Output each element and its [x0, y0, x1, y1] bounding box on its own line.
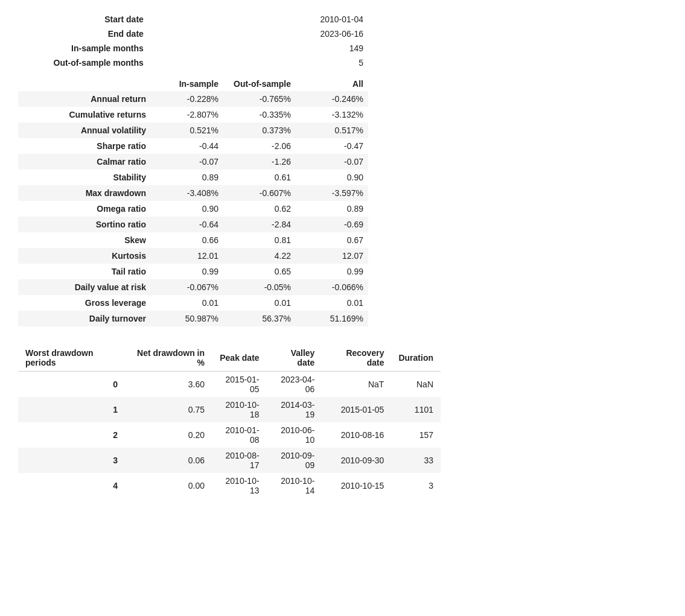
drawdown-cell: 2010-09-30 — [322, 448, 391, 473]
stats-row-all: -3.132% — [296, 107, 368, 122]
stats-row-in: -0.07 — [151, 154, 223, 170]
drawdown-cell: 4 — [18, 473, 125, 498]
drawdown-col-header: Worst drawdown periods — [18, 345, 125, 372]
stats-row-all: 0.01 — [296, 295, 368, 311]
drawdown-cell: 33 — [391, 448, 441, 473]
stats-row-all: -0.07 — [296, 154, 368, 170]
drawdown-cell: 2010-06-10 — [267, 422, 322, 448]
stats-row-all: -0.47 — [296, 138, 368, 154]
stats-row-in: -0.067% — [151, 279, 223, 295]
stats-row: Calmar ratio -0.07 -1.26 -0.07 — [18, 154, 368, 170]
stats-row-out: 56.37% — [223, 311, 296, 326]
stats-row-label: Annual return — [18, 91, 151, 107]
drawdown-col-header: Recovery date — [322, 345, 391, 372]
stats-row-in: 0.90 — [151, 201, 223, 217]
end-date-label: End date — [18, 27, 156, 41]
stats-row-label: Omega ratio — [18, 201, 151, 217]
stats-row-all: -0.69 — [296, 217, 368, 232]
stats-row-out: 4.22 — [223, 248, 296, 264]
stats-row: Omega ratio 0.90 0.62 0.89 — [18, 201, 368, 217]
stats-row-all: -3.597% — [296, 185, 368, 201]
drawdown-row: 03.602015-01-052023-04-06NaTNaN — [18, 372, 441, 398]
stats-row-label: Annual volatility — [18, 122, 151, 138]
drawdown-row: 30.062010-08-172010-09-092010-09-3033 — [18, 448, 441, 473]
stats-row-all: -0.066% — [296, 279, 368, 295]
stats-row-in: 50.987% — [151, 311, 223, 326]
out-sample-months-value: 5 — [156, 56, 368, 70]
drawdown-cell: 2015-01-05 — [322, 397, 391, 422]
start-date-row: Start date 2010-01-04 — [18, 12, 368, 27]
stats-row-all: 12.07 — [296, 248, 368, 264]
stats-row-label: Kurtosis — [18, 248, 151, 264]
stats-row-label: Cumulative returns — [18, 107, 151, 122]
stats-row-label: Max drawdown — [18, 185, 151, 201]
drawdown-cell: 2010-10-13 — [212, 473, 267, 498]
stats-header-row: In-sample Out-of-sample All — [18, 76, 368, 91]
drawdown-cell: 3 — [18, 448, 125, 473]
stats-row-in: 0.66 — [151, 232, 223, 248]
stats-row: Annual volatility 0.521% 0.373% 0.517% — [18, 122, 368, 138]
stats-row-in: 0.89 — [151, 170, 223, 185]
start-date-label: Start date — [18, 12, 156, 27]
stats-row: Stability 0.89 0.61 0.90 — [18, 170, 368, 185]
in-sample-months-row: In-sample months 149 — [18, 41, 368, 56]
stats-row-label: Skew — [18, 232, 151, 248]
drawdown-cell: 0.20 — [125, 422, 212, 448]
drawdown-cell: 2010-08-17 — [212, 448, 267, 473]
stats-row-out: -2.84 — [223, 217, 296, 232]
stats-row-in: -3.408% — [151, 185, 223, 201]
stats-row-label: Sharpe ratio — [18, 138, 151, 154]
header-empty — [18, 76, 151, 91]
stats-row: Cumulative returns -2.807% -0.335% -3.13… — [18, 107, 368, 122]
stats-row-out: 0.81 — [223, 232, 296, 248]
drawdown-table: Worst drawdown periodsNet drawdown in %P… — [18, 345, 441, 498]
drawdown-cell: 2010-09-09 — [267, 448, 322, 473]
stats-row-out: 0.62 — [223, 201, 296, 217]
stats-row-out: 0.65 — [223, 264, 296, 279]
end-date-row: End date 2023-06-16 — [18, 27, 368, 41]
stats-row-all: -0.246% — [296, 91, 368, 107]
header-all: All — [296, 76, 368, 91]
in-sample-months-value: 149 — [156, 41, 368, 56]
stats-row: Daily value at risk -0.067% -0.05% -0.06… — [18, 279, 368, 295]
drawdown-cell: 157 — [391, 422, 441, 448]
stats-row-out: 0.01 — [223, 295, 296, 311]
stats-row-in: 0.01 — [151, 295, 223, 311]
stats-row-all: 0.89 — [296, 201, 368, 217]
summary-table: Start date 2010-01-04 End date 2023-06-1… — [18, 12, 368, 70]
drawdown-cell: 0.75 — [125, 397, 212, 422]
stats-row-in: 0.521% — [151, 122, 223, 138]
drawdown-cell: 1101 — [391, 397, 441, 422]
stats-row-out: -1.26 — [223, 154, 296, 170]
stats-row-label: Sortino ratio — [18, 217, 151, 232]
drawdown-row: 20.202010-01-082010-06-102010-08-16157 — [18, 422, 441, 448]
drawdown-cell: 0.00 — [125, 473, 212, 498]
drawdown-cell: 0.06 — [125, 448, 212, 473]
drawdown-row: 40.002010-10-132010-10-142010-10-153 — [18, 473, 441, 498]
stats-row: Gross leverage 0.01 0.01 0.01 — [18, 295, 368, 311]
drawdown-cell: 2015-01-05 — [212, 372, 267, 398]
stats-row-in: 12.01 — [151, 248, 223, 264]
drawdown-cell: 2 — [18, 422, 125, 448]
stats-row: Tail ratio 0.99 0.65 0.99 — [18, 264, 368, 279]
drawdown-col-header: Duration — [391, 345, 441, 372]
stats-row-out: 0.373% — [223, 122, 296, 138]
header-out-of-sample: Out-of-sample — [223, 76, 296, 91]
stats-row-out: -0.05% — [223, 279, 296, 295]
stats-row: Daily turnover 50.987% 56.37% 51.169% — [18, 311, 368, 326]
out-sample-months-row: Out-of-sample months 5 — [18, 56, 368, 70]
start-date-value: 2010-01-04 — [156, 12, 368, 27]
stats-row-all: 0.99 — [296, 264, 368, 279]
stats-row-out: -0.765% — [223, 91, 296, 107]
stats-row: Max drawdown -3.408% -0.607% -3.597% — [18, 185, 368, 201]
drawdown-header-row: Worst drawdown periodsNet drawdown in %P… — [18, 345, 441, 372]
drawdown-cell: 2010-08-16 — [322, 422, 391, 448]
drawdown-cell: 2014-03-19 — [267, 397, 322, 422]
drawdown-row: 10.752010-10-182014-03-192015-01-051101 — [18, 397, 441, 422]
drawdown-col-header: Valley date — [267, 345, 322, 372]
drawdown-cell: NaT — [322, 372, 391, 398]
drawdown-col-header: Peak date — [212, 345, 267, 372]
stats-row-all: 0.67 — [296, 232, 368, 248]
drawdown-cell: NaN — [391, 372, 441, 398]
stats-row: Sortino ratio -0.64 -2.84 -0.69 — [18, 217, 368, 232]
